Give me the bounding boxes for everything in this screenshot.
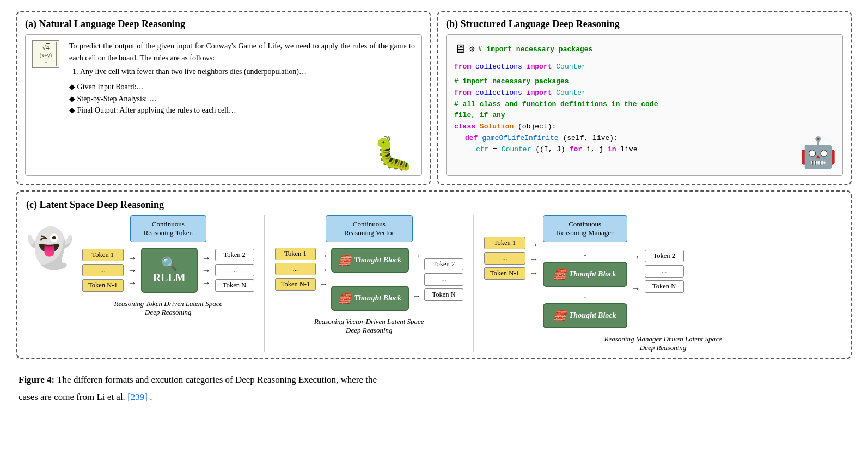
sec-a-flow: Token 1 ... Token N-1 → → → 🔍 RLLM <box>82 248 254 293</box>
panel-a-title: (a) Natural Language Deep Reasoning <box>25 19 422 30</box>
caption-line1: Figure 4: The differen formats and excut… <box>19 373 852 387</box>
sec-b-arrows-out: → → <box>412 251 421 301</box>
crv-box: Continuous Reasoning Vector <box>326 215 413 242</box>
lego-icon-c2: 🧱 <box>554 310 566 322</box>
thought-block-b1: 🧱 Thought Block <box>331 248 409 273</box>
nl-list: Any live cell with fewer than two live n… <box>80 66 415 78</box>
caption-bold: Figure 4: <box>19 374 54 385</box>
crm-label: Continuous Reasoning Manager <box>557 220 613 237</box>
crt-label: Continuous Reasoning Token <box>144 220 193 237</box>
thought-block-c2: 🧱 Thought Block <box>543 303 627 328</box>
lego-icon-b2: 🧱 <box>339 292 351 304</box>
cartoon-char-a: 🐛 <box>373 137 414 170</box>
latent-section-b: Continuous Reasoning Vector Token 1 ... … <box>275 215 463 335</box>
caption-text2: cases are come from Li et al. <box>19 392 127 402</box>
sec-a-arrows-out: → → → <box>202 253 211 288</box>
caption-line2: cases are come from Li et al. [239] . <box>19 390 852 404</box>
code-def-line: def gameOfLifeInfinite (self, live): <box>465 133 835 144</box>
thought-label-c2: Thought Block <box>569 311 616 320</box>
spacer-b <box>331 277 409 281</box>
code-line-4: from collections import Counter <box>454 88 835 99</box>
terminal-icon: 🖥 <box>454 40 466 59</box>
sec-b-flow: Token 1 ... Token N-1 → → → 🧱 <box>275 248 463 311</box>
sec-a-label: Reasoning Token Driven Latent SpaceDeep … <box>114 299 222 317</box>
token-in-dots: ... <box>82 264 124 276</box>
sec-a-tokens-out: Token 2 ... Token N <box>215 249 254 292</box>
crv-label: Continuous Reasoning Vector <box>344 220 394 237</box>
code-comment-1: # import necessary packages <box>478 44 593 56</box>
arrow-out-3: → <box>202 278 211 288</box>
sec-c-crm-section: Continuous Reasoning Manager ↓ 🧱 Thought… <box>543 215 627 328</box>
sec-b-tokens-in: Token 1 ... Token N-1 <box>275 248 316 291</box>
rllm-box: 🔍 RLLM <box>141 248 198 293</box>
nl-bullets: Given Input Board:… Step-by-Step Analysi… <box>69 81 415 116</box>
b-token-in-1: Token 1 <box>275 248 316 260</box>
sec-a-arrows: → → → <box>128 253 137 288</box>
math-icon: √4 (x+y) = <box>32 40 59 68</box>
latent-section-a: Continuous Reasoning Token Token 1 ... T… <box>82 215 254 317</box>
panel-c-title: (c) Latent Space Deep Reasoning <box>26 199 842 211</box>
token-in-n1: Token N-1 <box>82 279 124 292</box>
thought-label-b2: Thought Block <box>354 294 401 303</box>
panel-b-content: 🖥 ⚙️ # import necessary packages from co… <box>446 34 843 176</box>
panel-a-content: √4 (x+y) = To predict the output of the … <box>25 34 422 176</box>
panel-a: (a) Natural Language Deep Reasoning √4 (… <box>16 11 431 185</box>
token-out-1: Token 2 <box>215 249 254 261</box>
sec-b-label: Reasoning Vector Driven Latent SpaceDeep… <box>314 317 424 335</box>
main-container: (a) Natural Language Deep Reasoning √4 (… <box>16 11 852 405</box>
b-token-out-n: Token N <box>424 288 463 301</box>
b-token-in-n1: Token N-1 <box>275 278 316 291</box>
b-token-out-1: Token 2 <box>424 258 463 270</box>
thought-block-c1: 🧱 Thought Block <box>543 262 627 287</box>
list-item-1: Any live cell with fewer than two live n… <box>80 66 415 78</box>
thought-block-b2: 🧱 Thought Block <box>331 286 409 311</box>
panel-b: (b) Structured Language Deep Reasoning 🖥… <box>437 11 852 185</box>
token-in-1: Token 1 <box>82 249 124 261</box>
code-ctr-line: ctr = Counter ((I, J) for i, j in live <box>476 144 835 156</box>
bullet-3: Final Output: After applying the rules t… <box>69 104 415 116</box>
nl-intro: To predict the output of the given input… <box>69 40 415 64</box>
thought-label-b1: Thought Block <box>354 256 401 265</box>
caption-text: The differen formats and excution catego… <box>57 374 377 385</box>
crm-down-arrow2: ↓ <box>583 290 587 300</box>
c-token-out-1: Token 2 <box>645 250 684 262</box>
sec-c-arrows-out: → → <box>632 252 640 293</box>
c-token-in-1: Token 1 <box>484 237 525 249</box>
sec-b-thought-col: 🧱 Thought Block 🧱 Thought Block <box>331 248 409 311</box>
caption-period: . <box>150 392 152 402</box>
divider-1 <box>264 215 265 352</box>
thought-label-c1: Thought Block <box>569 270 616 279</box>
rllm-label: RLLM <box>153 272 186 284</box>
c-token-out-dots: ... <box>645 265 684 278</box>
gear-icon: ⚙️ <box>469 43 475 57</box>
panel-c: (c) Latent Space Deep Reasoning 👻 Contin… <box>16 190 852 359</box>
c-token-in-n1: Token N-1 <box>484 267 525 280</box>
top-row: (a) Natural Language Deep Reasoning √4 (… <box>16 11 852 185</box>
sec-c-tokens-in: Token 1 ... Token N-1 <box>484 237 525 280</box>
sec-c-top: Token 1 ... Token N-1 → → → Cont <box>484 215 842 328</box>
sec-c-arrows-in: → → → <box>530 240 539 278</box>
code-comment-3: # import necessary packages <box>454 76 835 88</box>
sec-b-arrows-in: → → → <box>319 251 328 289</box>
arrow-in-3: → <box>128 278 137 288</box>
b-token-out-dots: ... <box>424 273 463 286</box>
code-class-line: class Solution (object): <box>454 121 835 133</box>
bullet-1: Given Input Board:… <box>69 81 415 93</box>
citation-link[interactable]: [239] <box>127 392 148 402</box>
token-out-n: Token N <box>215 279 254 292</box>
sec-c-tokens-out: Token 2 ... Token N <box>645 250 684 293</box>
ghost-char: 👻 <box>26 226 74 270</box>
sec-c-label: Reasoning Manager Driven Latent SpaceDee… <box>604 335 722 352</box>
arrow-out-1: → <box>202 253 211 263</box>
c-token-out-n: Token N <box>645 280 684 293</box>
code-comment-6: file, if any <box>454 110 835 121</box>
arrow-in-1: → <box>128 253 137 263</box>
panel-a-text: To predict the output of the given input… <box>69 40 415 116</box>
crt-box: Continuous Reasoning Token <box>130 215 206 242</box>
sec-a-tokens-in: Token 1 ... Token N-1 <box>82 249 124 292</box>
c-token-in-dots: ... <box>484 252 525 265</box>
code-line-2: from collections import Counter <box>454 62 835 73</box>
divider-2 <box>473 215 474 352</box>
token-out-dots: ... <box>215 264 254 276</box>
sec-b-tokens-out: Token 2 ... Token N <box>424 248 463 301</box>
